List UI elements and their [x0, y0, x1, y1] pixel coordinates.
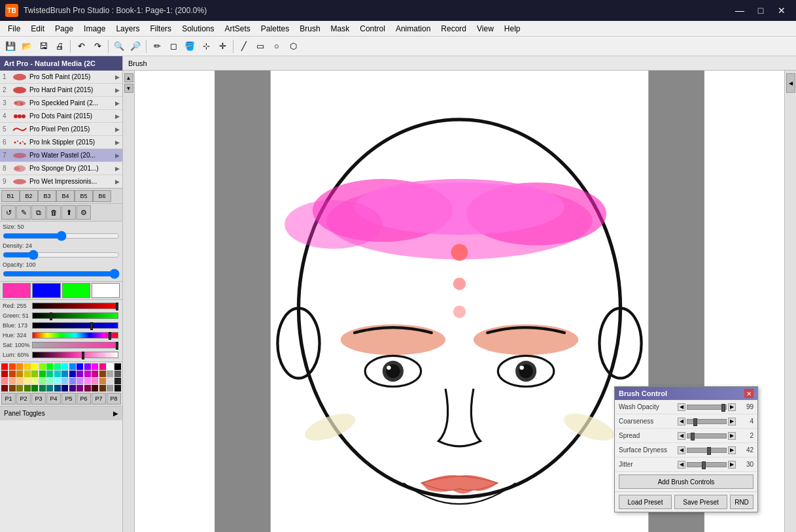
palette-cell-57[interactable]: [69, 385, 76, 391]
palette-cell-63[interactable]: [114, 385, 121, 391]
menu-item-brush[interactable]: Brush: [294, 21, 325, 36]
menu-item-file[interactable]: File: [3, 21, 26, 36]
add-brush-controls-button[interactable]: Add Brush Controls: [619, 474, 753, 489]
palette-cell-37[interactable]: [39, 378, 46, 384]
brush-item[interactable]: 7 Pro Water Pastel (20... ▶: [0, 149, 122, 162]
palette-cell-47[interactable]: [114, 378, 121, 384]
delete-brush-btn[interactable]: 🗑: [46, 205, 61, 220]
red-slider[interactable]: [32, 303, 118, 309]
palette-cell-50[interactable]: [16, 385, 23, 391]
palette-cell-31[interactable]: [114, 371, 121, 377]
palette-cell-9[interactable]: [69, 363, 76, 370]
toolbar-ellipse[interactable]: ○: [269, 39, 285, 54]
palette-cell-7[interactable]: [54, 363, 61, 370]
save-preset-button[interactable]: Save Preset: [674, 495, 727, 509]
hue-slider[interactable]: [32, 332, 118, 339]
wash-opacity-slider[interactable]: [687, 405, 727, 410]
palette-p7-btn[interactable]: P7: [92, 393, 106, 405]
palette-cell-54[interactable]: [46, 385, 53, 391]
load-preset-button[interactable]: Load Preset: [619, 495, 672, 509]
copy-brush-btn[interactable]: ⧉: [31, 205, 46, 220]
new-brush-btn[interactable]: ↺: [1, 205, 16, 220]
palette-cell-60[interactable]: [92, 385, 98, 391]
palette-cell-27[interactable]: [84, 371, 91, 377]
lum-slider[interactable]: [32, 352, 118, 358]
palette-cell-11[interactable]: [84, 363, 91, 370]
palette-cell-56[interactable]: [61, 385, 68, 391]
drawing-canvas[interactable]: Brush Control ✕ Wash Opacity ◀ ▶ 99: [135, 71, 784, 532]
color-swatch-blue[interactable]: [32, 283, 60, 298]
menu-item-help[interactable]: Help: [499, 21, 526, 36]
layer-down-btn[interactable]: ▼: [124, 84, 133, 93]
palette-cell-30[interactable]: [107, 371, 113, 377]
size-slider[interactable]: [3, 233, 120, 239]
palette-cell-1[interactable]: [9, 363, 16, 370]
palette-cell-59[interactable]: [84, 385, 91, 391]
menu-item-mask[interactable]: Mask: [326, 21, 355, 36]
palette-cell-41[interactable]: [69, 378, 76, 384]
palette-cell-2[interactable]: [16, 363, 23, 370]
palette-cell-45[interactable]: [99, 378, 106, 384]
palette-p1-btn[interactable]: P1: [1, 393, 16, 405]
minimize-button[interactable]: —: [731, 3, 749, 18]
coarseness-slider[interactable]: [687, 419, 727, 424]
wash-opacity-increase[interactable]: ▶: [728, 403, 736, 411]
close-button[interactable]: ✕: [772, 3, 791, 18]
foreground-color-swatch[interactable]: [3, 283, 31, 298]
layer-up-btn[interactable]: ▲: [124, 73, 133, 82]
menu-item-animation[interactable]: Animation: [390, 21, 436, 36]
palette-cell-19[interactable]: [24, 371, 31, 377]
palette-cell-33[interactable]: [9, 378, 16, 384]
palette-cell-18[interactable]: [16, 371, 23, 377]
brush-item[interactable]: 4 Pro Dots Paint (2015) ▶: [0, 110, 122, 123]
palette-cell-20[interactable]: [31, 371, 38, 377]
palette-cell-53[interactable]: [39, 385, 46, 391]
palette-cell-25[interactable]: [69, 371, 76, 377]
menu-item-edit[interactable]: Edit: [26, 21, 50, 36]
palette-cell-40[interactable]: [61, 378, 68, 384]
menu-item-solutions[interactable]: Solutions: [177, 21, 219, 36]
palette-cell-44[interactable]: [92, 378, 98, 384]
spread-increase[interactable]: ▶: [728, 432, 736, 440]
palette-cell-52[interactable]: [31, 385, 38, 391]
toolbar-save[interactable]: 🖫: [35, 39, 51, 54]
menu-item-palettes[interactable]: Palettes: [256, 21, 294, 36]
palette-cell-38[interactable]: [46, 378, 53, 384]
menu-item-control[interactable]: Control: [355, 21, 390, 36]
density-slider[interactable]: [3, 252, 120, 258]
brush-item[interactable]: 2 Pro Hard Paint (2015) ▶: [0, 84, 122, 97]
palette-cell-10[interactable]: [77, 363, 83, 370]
palette-cell-12[interactable]: [92, 363, 98, 370]
palette-cell-16[interactable]: [1, 371, 8, 377]
palette-cell-24[interactable]: [61, 371, 68, 377]
toolbar-zoom-in[interactable]: 🔍: [111, 39, 127, 54]
preset-b2-btn[interactable]: B2: [20, 190, 38, 202]
toolbar-move[interactable]: ✛: [215, 39, 230, 54]
menu-item-layers[interactable]: Layers: [111, 21, 145, 36]
jitter-increase[interactable]: ▶: [728, 461, 736, 469]
surface-dryness-slider[interactable]: [687, 448, 727, 453]
palette-cell-0[interactable]: [1, 363, 8, 370]
palette-cell-35[interactable]: [24, 378, 31, 384]
edit-brush-btn[interactable]: ✎: [16, 205, 31, 220]
palette-p6-btn[interactable]: P6: [77, 393, 91, 405]
palette-p8-btn[interactable]: P8: [107, 393, 121, 405]
palette-cell-14[interactable]: [107, 363, 113, 370]
maximize-button[interactable]: □: [752, 3, 770, 18]
preset-b1-btn[interactable]: B1: [1, 190, 20, 202]
palette-cell-62[interactable]: [107, 385, 113, 391]
toolbar-redo[interactable]: ↷: [90, 39, 105, 54]
rnd-button[interactable]: RND: [730, 495, 753, 509]
palette-cell-8[interactable]: [61, 363, 68, 370]
preset-b3-btn[interactable]: B3: [38, 190, 56, 202]
import-btn[interactable]: ⬆: [61, 205, 76, 220]
collapse-panel-btn[interactable]: ◀: [786, 73, 795, 93]
preset-b4-btn[interactable]: B4: [56, 190, 75, 202]
opacity-slider[interactable]: [3, 271, 120, 276]
menu-item-filters[interactable]: Filters: [145, 21, 177, 36]
preset-b6-btn[interactable]: B6: [93, 190, 111, 202]
palette-p5-btn[interactable]: P5: [61, 393, 76, 405]
color-swatch-white[interactable]: [92, 283, 120, 298]
surface-dryness-increase[interactable]: ▶: [728, 446, 736, 454]
palette-cell-55[interactable]: [54, 385, 61, 391]
